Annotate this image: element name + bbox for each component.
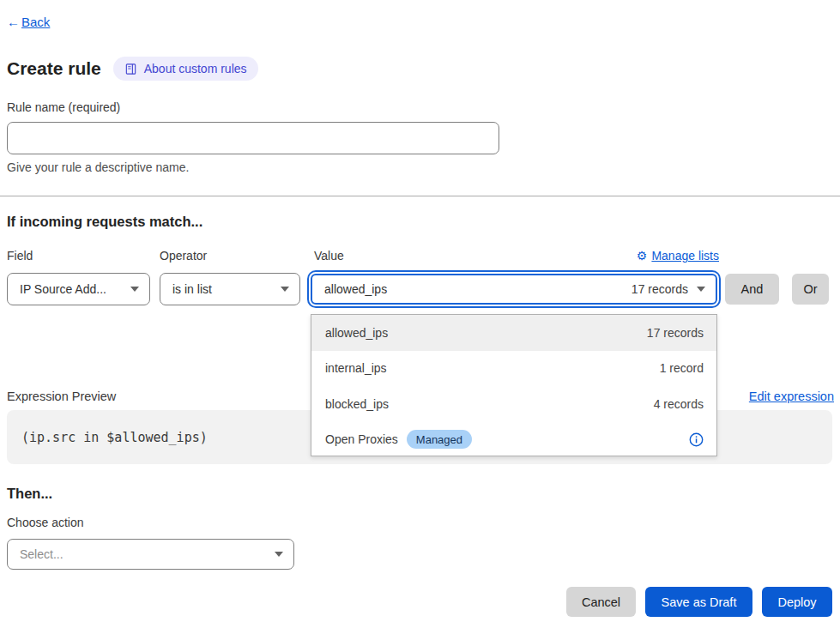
save-as-draft-button[interactable]: Save as Draft [645,587,752,617]
list-records: 1 record [660,361,704,375]
or-button[interactable]: Or [792,274,829,305]
info-icon[interactable] [689,432,704,447]
edit-expression-link[interactable]: Edit expression [749,389,834,403]
chevron-down-icon [275,552,283,557]
back-label: Back [21,15,50,29]
about-badge-label: About custom rules [144,62,247,75]
action-select[interactable]: Select... [7,539,294,570]
list-name: blocked_ips [325,397,389,411]
value-select[interactable]: allowed_ips 17 records [311,274,717,305]
about-custom-rules-badge[interactable]: About custom rules [113,57,258,81]
match-section-heading: If incoming requests match... [7,214,202,230]
page-title: Create rule [7,58,101,79]
list-records: 4 records [654,397,704,411]
deploy-button[interactable]: Deploy [762,587,832,617]
manage-lists-label: Manage lists [651,249,719,263]
chevron-down-icon [130,287,139,292]
value-select-records: 17 records [632,282,688,296]
list-name: Open Proxies [325,432,398,446]
dropdown-item-allowed-ips[interactable]: allowed_ips 17 records [311,315,716,351]
back-arrow-icon: ← [7,15,20,29]
rule-name-label: Rule name (required) [7,100,120,114]
gear-icon: ⚙ [637,249,648,263]
section-divider [0,196,840,196]
field-select-value: IP Source Add... [20,282,122,296]
field-label: Field [7,249,33,263]
action-select-placeholder: Select... [20,547,266,561]
managed-badge: Managed [407,430,472,449]
rule-name-input[interactable] [7,122,499,154]
list-name: internal_ips [325,361,387,375]
and-button[interactable]: And [725,274,779,305]
expression-preview-label: Expression Preview [7,389,116,403]
then-section-heading: Then... [7,486,52,502]
expression-code: (ip.src in $allowed_ips) [7,430,208,445]
chevron-down-icon [281,287,289,292]
dropdown-item-internal-ips[interactable]: internal_ips 1 record [311,351,716,387]
value-select-value: allowed_ips [324,282,387,296]
header-row: Create rule About custom rules [7,57,258,81]
operator-select-value: is in list [172,282,272,296]
list-records: 17 records [647,326,704,340]
value-dropdown-menu: allowed_ips 17 records internal_ips 1 re… [311,314,717,456]
book-icon [124,63,137,75]
list-name: allowed_ips [325,326,388,340]
operator-label: Operator [160,249,207,263]
field-select[interactable]: IP Source Add... [7,273,150,305]
rule-name-helper: Give your rule a descriptive name. [7,160,189,174]
chevron-down-icon [697,287,705,292]
back-link[interactable]: ←Back [7,15,50,29]
choose-action-label: Choose action [7,516,84,529]
dropdown-item-blocked-ips[interactable]: blocked_ips 4 records [311,386,716,422]
cancel-button[interactable]: Cancel [566,587,636,617]
value-label: Value [314,249,344,263]
create-rule-page: ←Back Create rule About custom rules Rul… [0,0,840,634]
manage-lists-link[interactable]: ⚙ Manage lists [637,249,719,263]
dropdown-item-open-proxies[interactable]: Open Proxies Managed [311,422,716,458]
operator-select[interactable]: is in list [160,273,300,305]
